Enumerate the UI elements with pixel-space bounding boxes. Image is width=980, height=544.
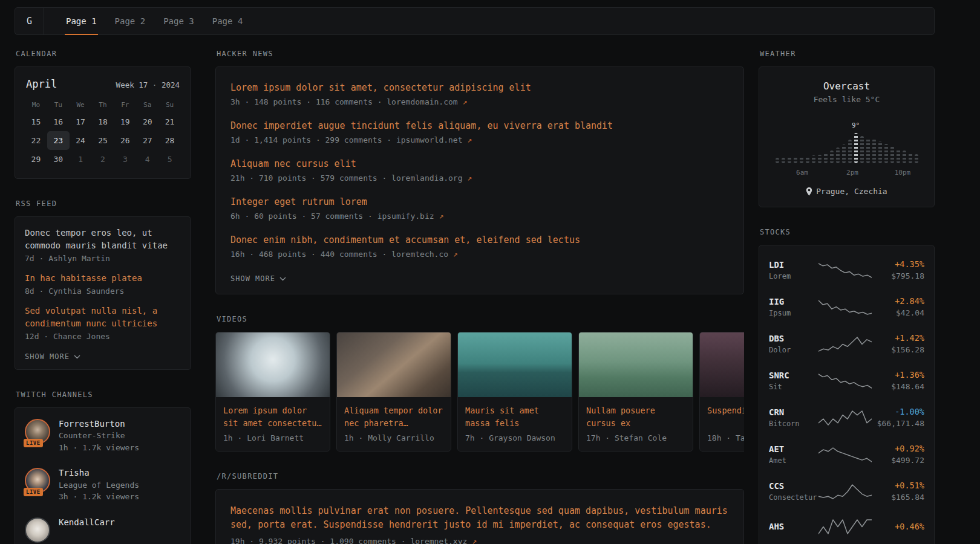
subreddit-post-title[interactable]: Maecenas mollis pulvinar erat non posuer… (230, 504, 729, 533)
nav-tab[interactable]: Page 4 (205, 8, 250, 34)
calendar-day: 17 (70, 112, 92, 131)
hackernews-show-more-button[interactable]: SHOW MORE (230, 274, 286, 283)
weather-bar (836, 147, 840, 163)
rss-item-title[interactable]: Donec tempor eros leo, ut commodo mauris… (25, 227, 181, 252)
subreddit-post-domain[interactable]: loremnet.xyz (410, 537, 467, 544)
stock-row[interactable]: DBS Dolor +1.42% $156.28 (769, 325, 924, 362)
calendar-day: 15 (25, 112, 47, 131)
stock-name: Ipsum (769, 309, 818, 317)
weather-peak-temp: 9° (852, 121, 860, 129)
weather-bar (903, 151, 906, 163)
video-thumbnail[interactable] (579, 332, 693, 397)
nav-tab-label: Page 2 (115, 16, 146, 26)
rss-item-title[interactable]: Sed volutpat nulla nisl, a condimentum n… (25, 305, 181, 330)
stock-sparkline-wrap (818, 517, 872, 536)
video-thumbnail[interactable] (216, 332, 330, 397)
weather-bar (866, 138, 870, 163)
video-thumbnail[interactable] (700, 332, 744, 397)
weather-bar (824, 153, 828, 163)
subreddit-post-stats: 19h · 9,932 points · 1,090 comments · (230, 537, 406, 544)
hackernews-item-title[interactable]: Donec enim nibh, condimentum et accumsan… (230, 234, 729, 247)
stock-row[interactable]: CRN Bitcorn -1.00% $66,171.48 (769, 399, 924, 436)
video-title[interactable]: Lorem ipsum dolor sit amet consectetu… (223, 404, 322, 430)
calendar-day: 21 (158, 112, 181, 131)
video-thumbnail[interactable] (458, 332, 572, 397)
stocks-section: STOCKS LDI Lorem + (759, 228, 935, 544)
stock-price: $156.28 (872, 345, 924, 354)
stock-row[interactable]: LDI Lorem +4.35% $795.18 (769, 251, 924, 288)
stock-row[interactable]: SNRC Sit +1.36% $148.64 (769, 362, 924, 399)
weather-bar (782, 158, 785, 163)
rss-item-title[interactable]: In hac habitasse platea (25, 272, 181, 285)
chevron-down-icon (74, 355, 80, 359)
hackernews-item-stats: 6h · 60 points · 57 comments · (230, 212, 373, 221)
weather-bar (812, 155, 815, 163)
twitch-channel-row[interactable]: LIVE ForrestBurton Counter-Strike 1h · 1… (25, 418, 181, 453)
rss-section-title: RSS FEED (15, 199, 191, 208)
stock-change: +0.51% (872, 481, 924, 490)
hackernews-item-title[interactable]: Donec imperdiet augue tincidunt felis al… (230, 120, 729, 132)
rss-show-more-button[interactable]: SHOW MORE (25, 352, 80, 361)
calendar-day: 26 (114, 131, 136, 150)
stock-ticker: AHS (769, 522, 818, 531)
hackernews-item-domain[interactable]: loremdomain.com (387, 97, 457, 106)
hackernews-item-title[interactable]: Lorem ipsum dolor sit amet, consectetur … (230, 82, 729, 94)
hackernews-item: Lorem ipsum dolor sit amet, consectetur … (230, 82, 729, 106)
hackernews-item-title[interactable]: Aliquam nec cursus elit (230, 158, 729, 170)
video-meta: 18h · Tara (707, 433, 744, 442)
weather-bar (909, 152, 912, 163)
video-title[interactable]: Mauris sit amet massa felis (465, 404, 564, 430)
weather-bar-column (793, 157, 797, 163)
video-thumbnail[interactable] (337, 332, 451, 397)
nav-tab[interactable]: Page 2 (108, 8, 153, 34)
stock-identity: IIG Ipsum (769, 297, 818, 317)
hackernews-show-more-label: SHOW MORE (230, 274, 275, 283)
twitch-channel-row[interactable]: LIVE Trisha League of Legends 3h · 1.2k … (25, 467, 181, 502)
nav-tab[interactable]: Page 3 (156, 8, 201, 34)
app-logo[interactable]: G (15, 8, 44, 34)
calendar-day: 19 (114, 112, 136, 131)
rss-item-meta: 12d · Chance Jones (25, 332, 181, 341)
hackernews-item-domain[interactable]: ipsumworld.net (396, 135, 463, 144)
weather-bar-column (811, 155, 815, 163)
weather-bar (872, 139, 876, 163)
video-title[interactable]: Nullam posuere cursus ex (586, 404, 685, 430)
stock-row[interactable]: AHS +0.46% (769, 510, 924, 543)
stock-price: $165.84 (872, 493, 924, 502)
stock-row[interactable]: CCS Consectetur +0.51% $165.84 (769, 473, 924, 510)
hackernews-item-domain[interactable]: ipsumify.biz (377, 212, 434, 221)
weather-bar-column (805, 156, 809, 163)
hackernews-item-meta: 16h · 468 points · 440 comments · loremt… (230, 250, 729, 259)
video-card: Nullam posuere cursus ex 17h · Stefan Co… (578, 332, 693, 452)
calendar-day: 30 (47, 150, 70, 169)
video-title[interactable]: Suspendisse diam (707, 404, 744, 430)
twitch-channel-row[interactable]: KendallCarr (25, 516, 181, 543)
video-card: Mauris sit amet massa felis 7h · Grayson… (457, 332, 572, 452)
stock-row[interactable]: IIG Ipsum +2.84% $42.04 (769, 288, 924, 325)
stock-name: Bitcorn (769, 419, 818, 428)
weather-bar-column (872, 139, 876, 163)
stock-values: +2.84% $42.04 (872, 296, 924, 317)
stock-sparkline-wrap (818, 372, 872, 390)
video-title[interactable]: Aliquam tempor dolor nec pharetra… (344, 404, 443, 430)
hackernews-item-domain[interactable]: loremtech.co (391, 250, 448, 259)
rss-item: Donec tempor eros leo, ut commodo mauris… (25, 227, 181, 263)
weather-location-text: Prague, Czechia (816, 187, 887, 196)
stock-ticker: LDI (769, 260, 818, 270)
calendar-day-header: We (70, 96, 92, 112)
nav-tab[interactable]: Page 1 (59, 8, 104, 34)
twitch-channel-name: Trisha (59, 467, 139, 479)
twitch-avatar-wrap (25, 517, 50, 543)
calendar-year: 2024 (162, 80, 180, 89)
middle-column: HACKER NEWS Lorem ipsum dolor sit amet, … (215, 50, 744, 544)
twitch-channel-info: ForrestBurton Counter-Strike 1h · 1.7k v… (59, 418, 139, 453)
weather-bar-column (775, 158, 779, 163)
stock-row[interactable]: AET Amet +0.92% $499.72 (769, 436, 924, 473)
calendar-day-header: Mo (25, 96, 47, 112)
weather-bar (818, 155, 822, 163)
calendar-day: 20 (136, 112, 158, 131)
weather-bar (806, 156, 809, 163)
hackernews-item-domain[interactable]: loremlandia.org (391, 173, 462, 183)
weather-time-label: 6am (796, 169, 808, 176)
hackernews-item-title[interactable]: Integer eget rutrum lorem (230, 196, 729, 209)
